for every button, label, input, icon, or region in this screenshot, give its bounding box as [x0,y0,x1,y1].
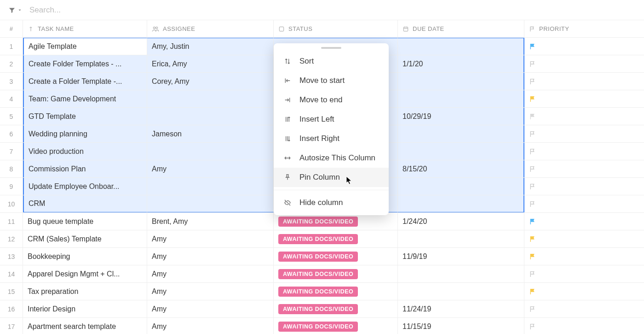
due-date-cell[interactable] [398,195,524,212]
status-cell[interactable]: AWAITING DOCS/VIDEO [274,318,398,334]
due-date-cell[interactable] [398,283,524,300]
due-date-cell[interactable]: 10/29/19 [398,108,524,125]
column-header-status[interactable]: STATUS [274,20,398,37]
search-input[interactable] [29,5,167,15]
priority-cell[interactable] [524,38,644,55]
status-cell[interactable]: AWAITING DOCS/VIDEO [274,248,398,265]
task-name-cell[interactable]: Apparel Design Mgmt + Cl... [23,265,147,282]
priority-cell[interactable] [524,160,644,177]
row-number[interactable]: 3 [0,73,23,90]
row-number[interactable]: 13 [0,248,23,265]
assignee-cell[interactable] [147,90,274,107]
column-header-task[interactable]: TASK NAME [23,20,147,37]
status-cell[interactable]: AWAITING DOCS/VIDEO [274,283,398,300]
row-number[interactable]: 7 [0,143,23,160]
task-name-cell[interactable]: Wedding planning [23,125,147,142]
due-date-cell[interactable]: 1/1/20 [398,55,524,72]
row-number[interactable]: 4 [0,90,23,107]
column-header-due-date[interactable]: DUE DATE [398,20,524,37]
assignee-cell[interactable]: Jameson [147,125,274,142]
menu-item-move-end[interactable]: Move to end [274,90,389,110]
assignee-cell[interactable]: Erica, Amy [147,55,274,72]
priority-cell[interactable] [524,195,644,212]
due-date-cell[interactable] [398,178,524,195]
priority-cell[interactable] [524,108,644,125]
priority-cell[interactable] [524,300,644,317]
priority-cell[interactable] [524,143,644,160]
row-number[interactable]: 14 [0,265,23,282]
task-name-cell[interactable]: Create Folder Templates - ... [23,55,147,72]
due-date-cell[interactable]: 11/15/19 [398,318,524,334]
assignee-cell[interactable]: Brent, Amy [147,213,274,230]
column-header-priority[interactable]: PRIORITY [524,20,644,37]
row-number[interactable]: 9 [0,178,23,195]
row-number[interactable]: 5 [0,108,23,125]
row-number[interactable]: 10 [0,195,23,212]
menu-item-insert-left[interactable]: Insert Left [274,110,389,129]
due-date-cell[interactable] [398,143,524,160]
menu-item-hide[interactable]: Hide column [274,193,389,212]
due-date-cell[interactable]: 1/24/20 [398,213,524,230]
due-date-cell[interactable] [398,230,524,247]
row-number[interactable]: 15 [0,283,23,300]
priority-cell[interactable] [524,283,644,300]
task-name-cell[interactable]: GTD Template [23,108,147,125]
due-date-cell[interactable]: 11/9/19 [398,248,524,265]
column-header-assignee[interactable]: ASSIGNEE [147,20,274,37]
status-cell[interactable]: AWAITING DOCS/VIDEO [274,265,398,282]
assignee-cell[interactable]: Corey, Amy [147,73,274,90]
menu-item-pin[interactable]: Pin Column [274,168,389,187]
task-name-cell[interactable]: Create a Folder Template -... [23,73,147,90]
priority-cell[interactable] [524,248,644,265]
row-number[interactable]: 11 [0,213,23,230]
task-name-cell[interactable]: Apartment search template [23,318,147,334]
due-date-cell[interactable]: 11/24/19 [398,300,524,317]
row-number[interactable]: 8 [0,160,23,177]
task-name-cell[interactable]: CRM (Sales) Template [23,230,147,247]
row-number[interactable]: 12 [0,230,23,247]
due-date-cell[interactable] [398,38,524,55]
assignee-cell[interactable]: Amy [147,318,274,334]
task-name-cell[interactable]: Bookkeeping [23,248,147,265]
row-number[interactable]: 6 [0,125,23,142]
assignee-cell[interactable]: Amy [147,160,274,177]
column-header-number[interactable]: # [0,20,23,37]
priority-cell[interactable] [524,55,644,72]
task-name-cell[interactable]: Video production [23,143,147,160]
status-cell[interactable]: AWAITING DOCS/VIDEO [274,213,398,230]
drag-handle[interactable] [321,47,341,49]
menu-item-sort[interactable]: Sort [274,52,389,71]
priority-cell[interactable] [524,73,644,90]
row-number[interactable]: 17 [0,318,23,334]
priority-cell[interactable] [524,318,644,334]
row-number[interactable]: 16 [0,300,23,317]
task-name-cell[interactable]: Tax preparation [23,283,147,300]
assignee-cell[interactable]: Amy [147,265,274,282]
assignee-cell[interactable] [147,178,274,195]
priority-cell[interactable] [524,125,644,142]
assignee-cell[interactable]: Amy [147,283,274,300]
task-name-cell[interactable]: Commission Plan [23,160,147,177]
due-date-cell[interactable] [398,125,524,142]
assignee-cell[interactable]: Amy [147,248,274,265]
menu-item-move-start[interactable]: Move to start [274,71,389,90]
menu-item-autosize[interactable]: Autosize This Column [274,148,389,168]
priority-cell[interactable] [524,178,644,195]
status-cell[interactable]: AWAITING DOCS/VIDEO [274,300,398,317]
priority-cell[interactable] [524,213,644,230]
assignee-cell[interactable] [147,195,274,212]
row-number[interactable]: 1 [0,38,23,55]
due-date-cell[interactable]: 8/15/20 [398,160,524,177]
assignee-cell[interactable]: Amy, Justin [147,38,274,55]
assignee-cell[interactable]: Amy [147,230,274,247]
task-name-cell[interactable]: CRM [23,195,147,212]
due-date-cell[interactable] [398,73,524,90]
task-name-cell[interactable]: Bug queue template [23,213,147,230]
priority-cell[interactable] [524,265,644,282]
due-date-cell[interactable] [398,265,524,282]
assignee-cell[interactable] [147,108,274,125]
task-name-cell[interactable]: Agile Template [23,38,147,55]
status-cell[interactable]: AWAITING DOCS/VIDEO [274,230,398,247]
assignee-cell[interactable]: Amy [147,300,274,317]
priority-cell[interactable] [524,90,644,107]
